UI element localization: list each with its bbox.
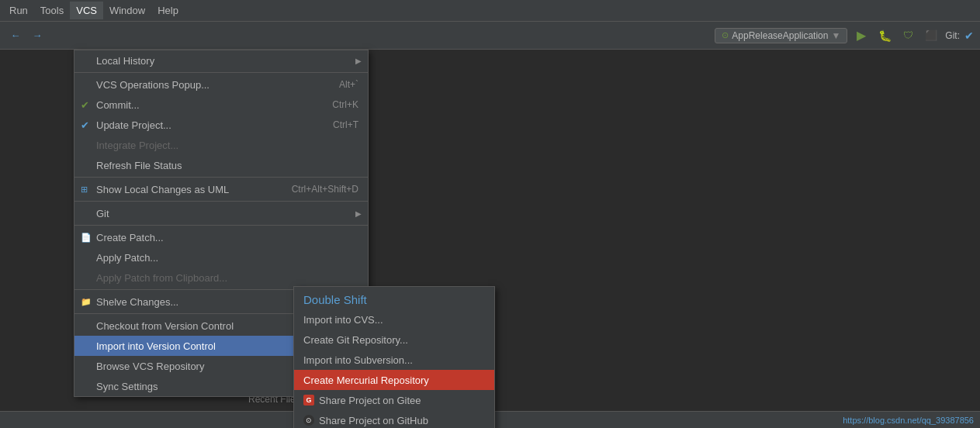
menu-window[interactable]: Window <box>103 2 151 19</box>
separator-1 <box>74 72 368 73</box>
menu-tools[interactable]: Tools <box>34 2 70 19</box>
import-submenu: Double Shift Import into CVS... Create G… <box>293 286 495 428</box>
submenu-import-subversion[interactable]: Import into Subversion... <box>294 350 494 370</box>
menu-item-local-history[interactable]: Local History <box>74 50 368 71</box>
git-check-icon: ✔ <box>964 29 974 42</box>
menu-vcs[interactable]: VCS <box>70 2 103 19</box>
stop-button[interactable]: ⬛ <box>922 26 940 45</box>
show-local-changes-shortcut: Ctrl+Alt+Shift+D <box>276 184 358 195</box>
create-patch-label: Create Patch... <box>96 232 164 243</box>
share-gitee-label: Share Project on Gitee <box>319 395 421 406</box>
update-project-label: Update Project... <box>96 119 171 131</box>
share-github-label: Share Project on GitHub <box>319 415 428 426</box>
commit-label: Commit... <box>96 99 140 111</box>
show-local-changes-label: Show Local Changes as UML <box>96 184 229 195</box>
import-subversion-label: Import into Subversion... <box>303 354 413 366</box>
vcs-operations-shortcut: Alt+` <box>324 79 358 90</box>
import-label: Import into Version Control <box>96 340 216 352</box>
separator-3 <box>74 201 368 202</box>
apply-patch-clipboard-label: Apply Patch from Clipboard... <box>96 272 227 284</box>
gitee-icon: G <box>303 395 314 406</box>
git-label: Git: <box>945 30 960 41</box>
update-project-shortcut: Ctrl+T <box>317 119 358 130</box>
apply-patch-label: Apply Patch... <box>96 252 158 264</box>
integrate-project-label: Integrate Project... <box>96 140 178 151</box>
submenu-create-git-repo[interactable]: Create Git Repository... <box>294 330 494 350</box>
menu-item-show-local-changes[interactable]: ⊞ Show Local Changes as UML Ctrl+Alt+Shi… <box>74 179 368 199</box>
menu-bar: Run Tools VCS Window Help <box>0 0 980 22</box>
submenu-share-github[interactable]: ⊙ Share Project on GitHub <box>294 410 494 428</box>
shelve-icon: 📁 <box>81 297 92 307</box>
checkout-label: Checkout from Version Control <box>96 320 234 332</box>
vcs-operations-label: VCS Operations Popup... <box>96 79 210 91</box>
project-name: AppReleaseApplication <box>732 30 828 41</box>
project-selector[interactable]: ⊙ AppReleaseApplication ▼ <box>715 28 847 43</box>
menu-item-refresh-file-status[interactable]: Refresh File Status <box>74 155 368 175</box>
menu-item-vcs-operations[interactable]: VCS Operations Popup... Alt+` <box>74 74 368 95</box>
import-cvs-label: Import into CVS... <box>303 314 383 326</box>
menu-item-create-patch[interactable]: 📄 Create Patch... <box>74 227 368 247</box>
toolbar: ← → ⊙ AppReleaseApplication ▼ ▶ 🐛 🛡 ⬛ Gi… <box>0 22 980 50</box>
menu-run[interactable]: Run <box>3 2 34 19</box>
menu-item-commit[interactable]: ✔ Commit... Ctrl+K <box>74 95 368 115</box>
menu-help[interactable]: Help <box>151 2 185 19</box>
menu-item-apply-patch-clipboard: Apply Patch from Clipboard... <box>74 268 368 288</box>
menu-item-apply-patch[interactable]: Apply Patch... <box>74 247 368 268</box>
browse-vcs-label: Browse VCS Repository <box>96 361 204 372</box>
menu-item-git[interactable]: Git <box>74 203 368 223</box>
commit-check-icon: ✔ <box>81 99 89 111</box>
back-button[interactable]: ← <box>6 26 25 45</box>
coverage-button[interactable]: 🛡 <box>899 26 917 45</box>
submenu-create-mercurial[interactable]: Create Mercurial Repository <box>294 370 494 390</box>
status-url: https://blog.csdn.net/qq_39387856 <box>843 416 974 425</box>
debug-button[interactable]: 🐛 <box>875 26 894 45</box>
shelve-changes-label: Shelve Changes... <box>96 296 178 308</box>
double-shift-hint: Double Shift <box>294 287 494 309</box>
show-local-changes-icon: ⊞ <box>81 185 88 195</box>
local-history-label: Local History <box>96 55 154 67</box>
sync-settings-label: Sync Settings <box>96 381 158 392</box>
menu-item-integrate-project: Integrate Project... <box>74 135 368 155</box>
main-content: Local History VCS Operations Popup... Al… <box>0 50 980 428</box>
create-git-repo-label: Create Git Repository... <box>303 334 408 346</box>
toolbar-project-section: ⊙ AppReleaseApplication ▼ ▶ 🐛 🛡 ⬛ Git: ✔ <box>715 26 974 45</box>
update-check-icon: ✔ <box>81 119 89 131</box>
refresh-file-status-label: Refresh File Status <box>96 160 182 171</box>
forward-button[interactable]: → <box>28 26 47 45</box>
create-mercurial-label: Create Mercurial Repository <box>303 374 429 386</box>
github-icon: ⊙ <box>303 415 314 426</box>
separator-4 <box>74 225 368 226</box>
submenu-import-cvs[interactable]: Import into CVS... <box>294 309 494 330</box>
commit-shortcut: Ctrl+K <box>317 99 358 110</box>
separator-2 <box>74 177 368 178</box>
create-patch-icon: 📄 <box>81 233 92 243</box>
menu-item-update-project[interactable]: ✔ Update Project... Ctrl+T <box>74 115 368 135</box>
submenu-share-gitee[interactable]: G Share Project on Gitee <box>294 390 494 410</box>
chevron-down-icon: ▼ <box>831 30 840 41</box>
git-label-item: Git <box>96 208 109 219</box>
run-button[interactable]: ▶ <box>852 26 871 45</box>
